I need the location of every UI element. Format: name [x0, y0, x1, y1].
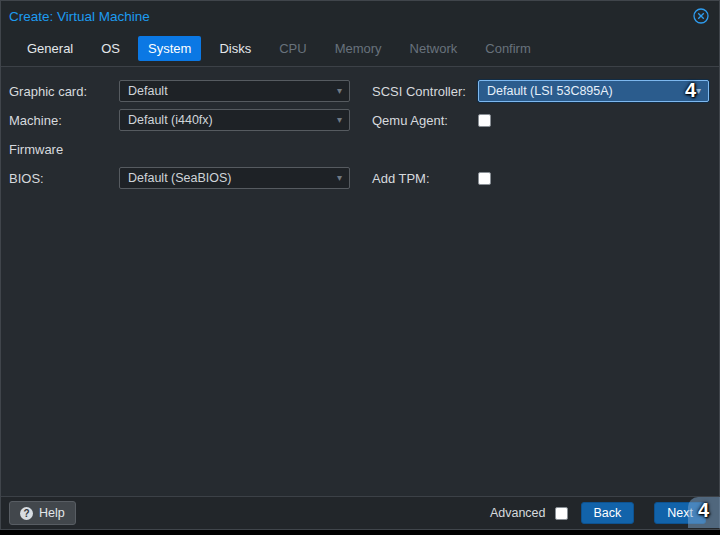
graphic-card-select[interactable]: Default ▾	[119, 80, 350, 102]
form-row: Firmware	[9, 138, 711, 160]
advanced-label: Advanced	[490, 506, 546, 520]
action-hint-badge-next: 4	[698, 499, 709, 522]
chevron-down-icon: ▾	[337, 173, 342, 183]
add-tpm-checkbox[interactable]	[478, 172, 491, 185]
tab-bar: General OS System Disks CPU Memory Netwo…	[1, 31, 719, 67]
bios-label: BIOS:	[9, 171, 119, 186]
dialog-titlebar: Create: Virtual Machine	[1, 1, 719, 31]
qemu-agent-label: Qemu Agent:	[372, 113, 478, 128]
advanced-checkbox[interactable]	[555, 507, 568, 520]
firmware-section-label: Firmware	[9, 138, 63, 160]
system-form: Graphic card: Default ▾ SCSI Controller:…	[1, 67, 719, 496]
scsi-controller-combo[interactable]: Default (LSI 53C895A) ▾	[478, 80, 709, 102]
close-icon[interactable]	[693, 8, 709, 24]
graphic-card-value: Default	[128, 84, 168, 98]
back-button-label: Back	[594, 506, 622, 520]
machine-select[interactable]: Default (i440fx) ▾	[119, 109, 350, 131]
tab-network: Network	[400, 36, 468, 61]
form-row: Graphic card: Default ▾ SCSI Controller:…	[9, 80, 711, 102]
footer-bar: ? Help Advanced Back Next	[1, 496, 719, 529]
tab-memory: Memory	[325, 36, 392, 61]
form-row: BIOS: Default (SeaBIOS) ▾ Add TPM:	[9, 167, 711, 189]
scsi-controller-label: SCSI Controller:	[372, 84, 478, 99]
create-vm-dialog: Create: Virtual Machine General OS Syste…	[0, 0, 720, 530]
machine-label: Machine:	[9, 113, 119, 128]
chevron-down-icon: ▾	[337, 86, 342, 96]
tab-os[interactable]: OS	[91, 36, 130, 61]
add-tpm-label: Add TPM:	[372, 171, 478, 186]
qemu-agent-checkbox[interactable]	[478, 114, 491, 127]
machine-value: Default (i440fx)	[128, 113, 213, 127]
help-button-label: Help	[39, 506, 65, 520]
tab-disks[interactable]: Disks	[209, 36, 261, 61]
tab-cpu: CPU	[269, 36, 316, 61]
back-button[interactable]: Back	[581, 502, 635, 524]
help-icon: ?	[20, 507, 33, 520]
chevron-down-icon: ▾	[696, 86, 701, 96]
tab-system[interactable]: System	[138, 36, 201, 61]
tab-confirm: Confirm	[475, 36, 541, 61]
tab-general[interactable]: General	[17, 36, 83, 61]
bios-select[interactable]: Default (SeaBIOS) ▾	[119, 167, 350, 189]
form-row: Machine: Default (i440fx) ▾ Qemu Agent:	[9, 109, 711, 131]
graphic-card-label: Graphic card:	[9, 84, 119, 99]
bios-value: Default (SeaBIOS)	[128, 171, 232, 185]
action-hint-badge-scsi: 4	[685, 79, 696, 102]
chevron-down-icon: ▾	[337, 115, 342, 125]
dialog-title: Create: Virtual Machine	[9, 9, 150, 24]
help-button[interactable]: ? Help	[9, 501, 76, 525]
scsi-controller-value: Default (LSI 53C895A)	[487, 84, 613, 98]
footer-actions: Advanced Back Next	[490, 502, 706, 524]
